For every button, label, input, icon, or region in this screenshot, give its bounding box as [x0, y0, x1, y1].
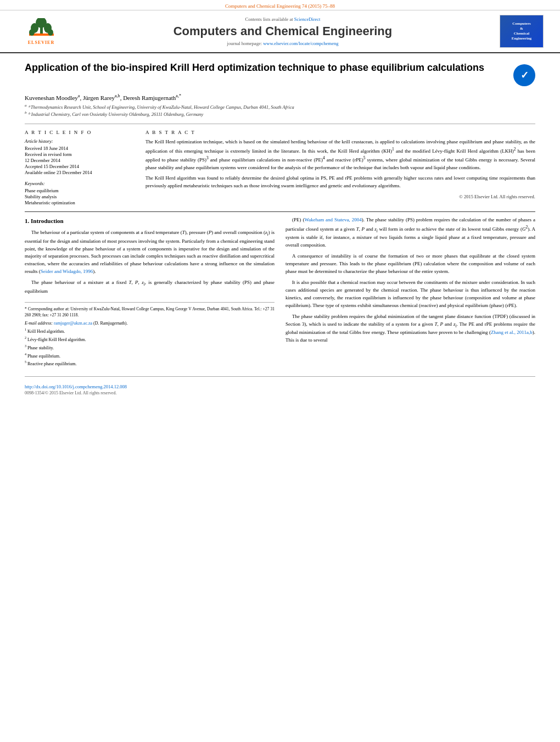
abstract-text: The Krill Herd optimization technique, w…	[145, 138, 535, 189]
homepage-label: journal homepage:	[227, 41, 262, 46]
bottom-section: http://dx.doi.org/10.1016/j.compchemeng.…	[25, 376, 535, 395]
corresponding-author-note: * Corresponding author at: University of…	[25, 306, 275, 319]
svg-point-6	[48, 29, 53, 36]
keywords-title: Keywords:	[25, 181, 135, 186]
journal-center-header: Contents lists available at ScienceDirec…	[66, 16, 500, 46]
body-col-right: (PE) (Wakeham and Stateva, 2004). The ph…	[285, 216, 535, 368]
elsevier-logo: ELSEVIER	[16, 15, 66, 48]
journal-ref-text: Computers and Chemical Engineering 74 (2…	[225, 3, 335, 9]
section-title: Introduction	[31, 217, 64, 224]
affiliation-b: b ᵇ Industrial Chemistry, Carl von Ossie…	[25, 110, 535, 118]
article-info-col: A R T I C L E I N F O Article history: R…	[25, 130, 135, 206]
intro-para-1: The behaviour of a particular system of …	[25, 229, 275, 276]
journal-reference-bar: Computers and Chemical Engineering 74 (2…	[0, 0, 560, 10]
elsevier-tree-icon	[26, 18, 57, 39]
article-info-title: A R T I C L E I N F O	[25, 130, 135, 135]
fn4: 4 Phase equilibrium.	[25, 352, 275, 359]
body-col-left: 1. Introduction The behaviour of a parti…	[25, 216, 275, 368]
fn1: 1 Krill Herd algorithm.	[25, 327, 275, 334]
intro-col2-para-2: A consequence of instability is of cours…	[285, 253, 535, 276]
affiliation-a: a ᵃ Thermodynamics Research Unit, School…	[25, 103, 535, 111]
sciencedirect-link[interactable]: ScienceDirect	[294, 16, 321, 22]
history-received: Received 18 June 2014	[25, 146, 135, 151]
contents-label: Contents lists available at	[245, 16, 293, 22]
page-container: Computers and Chemical Engineering 74 (2…	[0, 0, 560, 401]
intro-col2-para-4: The phase stability problem requires the…	[285, 313, 535, 344]
doi-link-container: http://dx.doi.org/10.1016/j.compchemeng.…	[25, 384, 535, 389]
history-revised-label: Received in revised form	[25, 152, 135, 157]
ref-wakeham-link[interactable]: Wakeham and Stateva, 2004	[304, 217, 361, 222]
journal-logo-right: Computers&ChemicalEngineering	[500, 15, 544, 48]
section-divider-1	[25, 124, 535, 124]
article-history-title: Article history:	[25, 138, 135, 144]
section-1-heading: 1. Introduction	[25, 216, 275, 226]
authors: Kuveneshan Moodleya, Jürgen Rareya,b, De…	[25, 93, 535, 101]
body-two-col: 1. Introduction The behaviour of a parti…	[25, 216, 535, 368]
journal-header: ELSEVIER Contents lists available at Sci…	[0, 10, 560, 53]
main-content: Application of the bio-inspired Krill He…	[0, 53, 560, 401]
footnote-section: * Corresponding author at: University of…	[25, 302, 275, 367]
body-divider	[25, 211, 535, 212]
abstract-paragraph-1: The Krill Herd optimization technique, w…	[145, 138, 535, 171]
abstract-section: A B S T R A C T The Krill Herd optimizat…	[145, 130, 535, 206]
article-title: Application of the bio-inspired Krill He…	[25, 62, 513, 74]
crossmark-logo: ✓	[513, 64, 535, 86]
history-revised-date: 12 December 2014	[25, 158, 135, 163]
info-abstract-section: A R T I C L E I N F O Article history: R…	[25, 130, 535, 206]
abstract-paragraph-2: The Krill Herd algorithm was found to re…	[145, 175, 535, 189]
email-footnote: E-mail address: ramjuger@ukzn.ac.za (D. …	[25, 320, 275, 326]
journal-logo-text: Computers&ChemicalEngineering	[512, 21, 532, 41]
history-available: Available online 23 December 2014	[25, 170, 135, 175]
journal-title: Computers and Chemical Engineering	[77, 24, 489, 38]
affiliations: a ᵃ Thermodynamics Research Unit, School…	[25, 103, 535, 118]
ref-seider-link[interactable]: Seider and Widagdo, 1996	[41, 269, 93, 274]
keyword-2: Stability analysis	[25, 194, 135, 199]
journal-homepage: journal homepage: www.elsevier.com/locat…	[77, 41, 489, 46]
abstract-title: A B S T R A C T	[145, 130, 535, 135]
fn2: 2 Lévy-flight Krill Herd algorithm.	[25, 336, 275, 343]
doi-link[interactable]: http://dx.doi.org/10.1016/j.compchemeng.…	[25, 384, 127, 389]
contents-line: Contents lists available at ScienceDirec…	[77, 16, 489, 22]
bottom-copyright: 0098-1354/© 2015 Elsevier Ltd. All right…	[25, 390, 535, 395]
intro-para-2: The phase behaviour of a mixture at a fi…	[25, 279, 275, 295]
history-accepted: Accepted 15 December 2014	[25, 164, 135, 169]
fn5: 5 Reactive phase equilibrium.	[25, 360, 275, 367]
email-link[interactable]: ramjuger@ukzn.ac.za	[54, 321, 92, 326]
keyword-3: Metaheuristic optimization	[25, 200, 135, 205]
svg-point-5	[29, 29, 35, 36]
copyright-notice: © 2015 Elsevier Ltd. All rights reserved…	[145, 194, 535, 199]
article-title-section: Application of the bio-inspired Krill He…	[25, 62, 535, 89]
intro-col2-para-1: (PE) (Wakeham and Stateva, 2004). The ph…	[285, 216, 535, 249]
homepage-url[interactable]: www.elsevier.com/locate/compchemeng	[263, 41, 338, 46]
keywords-section: Keywords: Phase equilibrium Stability an…	[25, 181, 135, 205]
crossmark-icon: ✓	[520, 69, 529, 81]
section-number: 1.	[25, 217, 29, 224]
keyword-1: Phase equilibrium	[25, 188, 135, 193]
elsevier-name: ELSEVIER	[28, 40, 54, 45]
intro-col2-para-3: It is also possible that a chemical reac…	[285, 279, 535, 310]
ref-zhang-link[interactable]: Zhang et al., 2011a,b	[491, 330, 533, 335]
fn3: 3 Phase stability.	[25, 344, 275, 351]
